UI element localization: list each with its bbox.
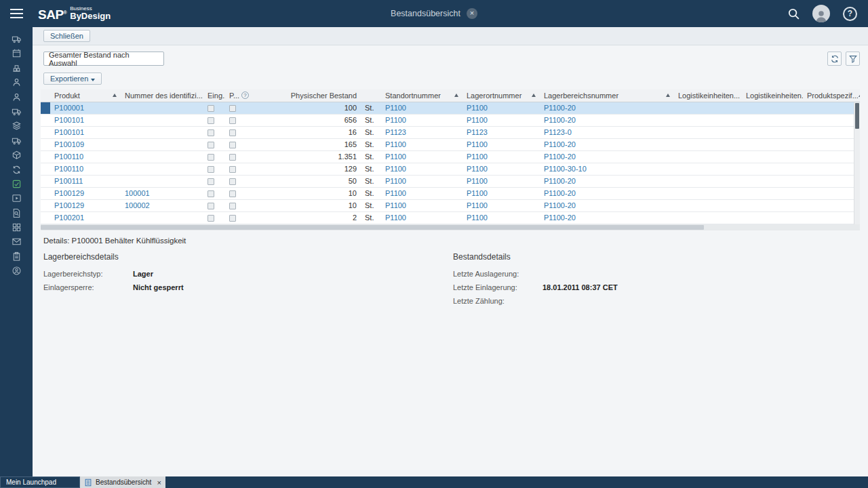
active-view-tab[interactable]: Bestandsübersicht × [391, 8, 477, 19]
cell-lagerbereichsnummer[interactable]: P1123-0 [540, 126, 674, 138]
header-lagerortnummer[interactable]: Lagerortnummer [462, 89, 540, 102]
returns-icon[interactable] [7, 251, 25, 262]
customer-icon[interactable] [7, 77, 25, 88]
cell-lagerbereichsnummer[interactable]: P1100-20 [540, 187, 674, 199]
cell-lagerortnummer[interactable]: P1100 [462, 187, 540, 199]
cell-standortnummer[interactable]: P1100 [381, 150, 462, 163]
table-row[interactable]: P100001 100 St. P1100 P1100 P1100-20 [41, 102, 860, 114]
cell-lagerbereichsnummer[interactable]: P1100-20 [540, 211, 674, 224]
table-row[interactable]: P100129 100001 10 St. P1100 P1100 P1100-… [41, 187, 860, 199]
p-checkbox[interactable] [229, 142, 236, 148]
export-button[interactable]: Exportieren [43, 73, 102, 85]
header-eingang[interactable]: Eing... [203, 89, 225, 102]
cell-produkt[interactable]: P100129 [50, 187, 121, 199]
delivery-truck-icon[interactable] [7, 33, 25, 45]
cell-lagerortnummer[interactable]: P1100 [462, 199, 540, 211]
cell-lagerbereichsnummer[interactable]: P1100-30-10 [540, 163, 674, 175]
header-logistikeinheiten-2[interactable]: Logistikeinheiten... [742, 89, 803, 102]
cell-standortnummer[interactable]: P1100 [381, 163, 462, 175]
table-row[interactable]: P100110 1.351 St. P1100 P1100 P1100-20 [41, 150, 860, 163]
eingang-checkbox[interactable] [208, 154, 214, 161]
layers-icon[interactable] [7, 120, 25, 131]
contact-icon[interactable] [7, 92, 25, 103]
row-select-indicator[interactable] [41, 150, 50, 163]
taskbar-tab-bestandsuebersicht[interactable]: Bestandsübersicht × [80, 476, 165, 488]
p-checkbox[interactable] [229, 190, 236, 197]
account-icon[interactable] [7, 265, 25, 277]
cell-nummer[interactable] [121, 114, 203, 126]
filter-button[interactable] [846, 52, 860, 66]
table-row[interactable]: P100111 50 St. P1100 P1100 P1100-20 [41, 175, 860, 187]
p-checkbox[interactable] [229, 105, 236, 112]
header-p[interactable]: P...? [225, 89, 258, 102]
cell-standortnummer[interactable]: P1123 [381, 126, 462, 138]
eingang-checkbox[interactable] [208, 215, 214, 222]
modules-grid-icon[interactable] [7, 222, 25, 233]
table-row[interactable]: P100129 100002 10 St. P1100 P1100 P1100-… [41, 199, 860, 211]
cell-lagerbereichsnummer[interactable]: P1100-20 [540, 150, 674, 163]
cell-produkt[interactable]: P100109 [50, 138, 121, 150]
row-select-indicator[interactable] [41, 114, 50, 126]
cell-standortnummer[interactable]: P1100 [381, 114, 462, 126]
freight-truck-icon[interactable] [7, 135, 25, 146]
cell-produkt[interactable]: P100110 [50, 150, 121, 163]
pallet-icon[interactable] [7, 62, 25, 74]
execution-play-icon[interactable] [7, 192, 25, 204]
cell-nummer[interactable] [121, 211, 203, 224]
cell-produkt[interactable]: P100101 [50, 114, 121, 126]
cell-standortnummer[interactable]: P1100 [381, 199, 462, 211]
horizontal-scrollbar-thumb[interactable] [41, 225, 704, 230]
launchpad-button[interactable]: Mein Launchpad [0, 476, 80, 488]
header-produktspezif[interactable]: Produktspezif... [803, 89, 860, 102]
table-row[interactable]: P100110 129 St. P1100 P1100 P1100-30-10 [41, 163, 860, 175]
table-row[interactable]: P100101 656 St. P1100 P1100 P1100-20 [41, 114, 860, 126]
cell-produkt[interactable]: P100201 [50, 211, 121, 224]
audit-search-icon[interactable] [7, 207, 25, 219]
taskbar-tab-close-icon[interactable]: × [157, 479, 161, 487]
cell-nummer[interactable] [121, 102, 203, 114]
cell-lagerortnummer[interactable]: P1100 [462, 102, 540, 114]
cell-lagerbereichsnummer[interactable]: P1100-20 [540, 175, 674, 187]
refresh-button[interactable] [827, 52, 842, 66]
row-select-indicator[interactable] [41, 163, 50, 175]
search-icon[interactable] [787, 7, 800, 20]
cell-produkt[interactable]: P100101 [50, 126, 121, 138]
cell-produkt[interactable]: P100001 [50, 102, 121, 114]
hamburger-menu-button[interactable] [0, 9, 33, 18]
cell-lagerortnummer[interactable]: P1100 [462, 150, 540, 163]
close-button[interactable]: Schließen [43, 30, 90, 42]
column-help-icon[interactable]: ? [241, 92, 249, 99]
cell-standortnummer[interactable]: P1100 [381, 187, 462, 199]
cell-lagerbereichsnummer[interactable]: P1100-20 [540, 199, 674, 211]
row-select-indicator[interactable] [41, 175, 50, 187]
row-select-indicator[interactable] [41, 187, 50, 199]
header-nummer[interactable]: Nummer des identifizi... [121, 89, 203, 102]
row-select-indicator[interactable] [41, 211, 50, 224]
row-select-indicator[interactable] [41, 126, 50, 138]
cell-nummer[interactable] [121, 138, 203, 150]
p-checkbox[interactable] [229, 154, 236, 161]
header-physischer-bestand[interactable]: Physischer Bestand [258, 89, 361, 102]
user-avatar[interactable] [812, 5, 830, 22]
approval-check-icon[interactable] [7, 178, 25, 190]
eingang-checkbox[interactable] [208, 117, 214, 124]
eingang-checkbox[interactable] [208, 142, 214, 148]
cell-nummer[interactable] [121, 150, 203, 163]
cell-nummer[interactable] [121, 175, 203, 187]
p-checkbox[interactable] [229, 166, 236, 173]
row-select-indicator[interactable] [41, 138, 50, 150]
row-select-indicator[interactable] [41, 102, 50, 114]
cell-lagerortnummer[interactable]: P1100 [462, 175, 540, 187]
header-logistikeinheiten-1[interactable]: Logistikeinheiten... [674, 89, 742, 102]
cell-lagerbereichsnummer[interactable]: P1100-20 [540, 102, 674, 114]
mail-icon[interactable] [7, 236, 25, 247]
p-checkbox[interactable] [229, 129, 236, 136]
header-standortnummer[interactable]: Standortnummer [381, 89, 462, 102]
cell-lagerortnummer[interactable]: P1100 [462, 138, 540, 150]
cell-produkt[interactable]: P100110 [50, 163, 121, 175]
eingang-checkbox[interactable] [208, 203, 214, 209]
horizontal-scrollbar[interactable] [41, 224, 860, 230]
row-select-indicator[interactable] [41, 199, 50, 211]
eingang-checkbox[interactable] [208, 190, 214, 197]
cell-nummer[interactable] [121, 163, 203, 175]
